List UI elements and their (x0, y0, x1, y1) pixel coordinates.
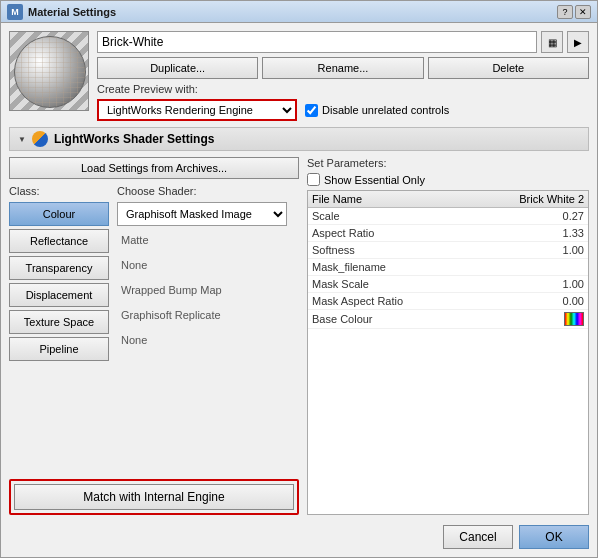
name-row: ▦ ▶ (97, 31, 589, 53)
param-row-mask-aspect: Mask Aspect Ratio 0.00 (308, 293, 588, 310)
params-table-header: File Name Brick White 2 (308, 191, 588, 208)
section-title: LightWorks Shader Settings (54, 132, 214, 146)
param-val-mask-aspect[interactable]: 0.00 (504, 295, 584, 307)
arrow-icon-btn[interactable]: ▶ (567, 31, 589, 53)
title-bar-buttons: ? ✕ (557, 5, 591, 19)
material-settings-window: M Material Settings ? ✕ ▦ ▶ Duplicate...… (0, 0, 598, 558)
param-name-base-colour: Base Colour (312, 313, 504, 325)
param-val-base-colour[interactable] (504, 312, 584, 326)
class-shader-row: Class: Colour Reflectance Transparency D… (9, 185, 299, 361)
window-title: Material Settings (28, 6, 557, 18)
param-name-softness: Softness (312, 244, 504, 256)
param-row-base-colour: Base Colour (308, 310, 588, 329)
render-engine-select[interactable]: LightWorks Rendering Engine (99, 101, 295, 119)
class-btn-displacement[interactable]: Displacement (9, 283, 109, 307)
shader-item-wrapped-bump: Wrapped Bump Map (117, 279, 299, 301)
show-essential-row: Show Essential Only (307, 173, 589, 186)
collapse-icon[interactable]: ▼ (18, 135, 26, 144)
param-name-mask-aspect: Mask Aspect Ratio (312, 295, 504, 307)
cancel-button[interactable]: Cancel (443, 525, 513, 549)
class-btn-pipeline[interactable]: Pipeline (9, 337, 109, 361)
match-button-wrapper: Match with Internal Engine (9, 479, 299, 515)
material-preview (9, 31, 89, 111)
set-params-label: Set Parameters: (307, 157, 589, 169)
class-btn-transparency[interactable]: Transparency (9, 256, 109, 280)
param-name-scale: Scale (312, 210, 504, 222)
load-archives-button[interactable]: Load Settings from Archives... (9, 157, 299, 179)
class-btn-reflectance[interactable]: Reflectance (9, 229, 109, 253)
match-internal-engine-button[interactable]: Match with Internal Engine (14, 484, 294, 510)
param-row-mask-filename: Mask_filename (308, 259, 588, 276)
show-essential-checkbox[interactable] (307, 173, 320, 186)
class-btn-colour[interactable]: Colour (9, 202, 109, 226)
material-name-input[interactable] (97, 31, 537, 53)
param-col-name: File Name (312, 193, 504, 205)
rename-button[interactable]: Rename... (262, 57, 423, 79)
left-panel: Load Settings from Archives... Class: Co… (9, 157, 299, 515)
param-row-mask-scale: Mask Scale 1.00 (308, 276, 588, 293)
disable-unrelated-label: Disable unrelated controls (322, 104, 449, 116)
bottom-buttons: Cancel OK (9, 521, 589, 549)
shader-label: Choose Shader: (117, 185, 299, 197)
disable-controls-row: Disable unrelated controls (305, 104, 449, 117)
shader-item-none-2: None (117, 329, 299, 351)
window-icon: M (7, 4, 23, 20)
close-button[interactable]: ✕ (575, 5, 591, 19)
shader-column: Choose Shader: Graphisoft Masked Image M… (117, 185, 299, 361)
class-label: Class: (9, 185, 109, 197)
top-row: ▦ ▶ Duplicate... Rename... Delete Create… (9, 31, 589, 121)
params-table-body: Scale 0.27 Aspect Ratio 1.33 Softness 1.… (308, 208, 588, 329)
help-button[interactable]: ? (557, 5, 573, 19)
show-essential-label: Show Essential Only (324, 174, 425, 186)
action-buttons-row: Duplicate... Rename... Delete (97, 57, 589, 79)
preview-label: Create Preview with: (97, 83, 589, 95)
param-name-aspect: Aspect Ratio (312, 227, 504, 239)
params-table: File Name Brick White 2 Scale 0.27 Aspec… (307, 190, 589, 515)
main-area: Load Settings from Archives... Class: Co… (9, 157, 589, 515)
ok-button[interactable]: OK (519, 525, 589, 549)
param-val-scale[interactable]: 0.27 (504, 210, 584, 222)
top-controls: ▦ ▶ Duplicate... Rename... Delete Create… (97, 31, 589, 121)
render-engine-dropdown-wrapper[interactable]: LightWorks Rendering Engine (97, 99, 297, 121)
param-row-aspect: Aspect Ratio 1.33 (308, 225, 588, 242)
duplicate-button[interactable]: Duplicate... (97, 57, 258, 79)
class-btn-texture-space[interactable]: Texture Space (9, 310, 109, 334)
color-swatch[interactable] (564, 312, 584, 326)
shader-item-matte: Matte (117, 229, 299, 251)
dropdown-row: LightWorks Rendering Engine Disable unre… (97, 99, 589, 121)
title-bar: M Material Settings ? ✕ (1, 1, 597, 23)
delete-button[interactable]: Delete (428, 57, 589, 79)
param-row-softness: Softness 1.00 (308, 242, 588, 259)
window-content: ▦ ▶ Duplicate... Rename... Delete Create… (1, 23, 597, 557)
lightworks-icon (32, 131, 48, 147)
shader-dropdown-select[interactable]: Graphisoft Masked Image (117, 202, 287, 226)
lightworks-section-header: ▼ LightWorks Shader Settings (9, 127, 589, 151)
right-panel: Set Parameters: Show Essential Only File… (307, 157, 589, 515)
param-name-mask-filename: Mask_filename (312, 261, 504, 273)
param-val-aspect[interactable]: 1.33 (504, 227, 584, 239)
class-column: Class: Colour Reflectance Transparency D… (9, 185, 109, 361)
param-name-mask-scale: Mask Scale (312, 278, 504, 290)
shader-item-graphisoft-replicate: Graphisoft Replicate (117, 304, 299, 326)
param-val-mask-scale[interactable]: 1.00 (504, 278, 584, 290)
texture-icon-btn[interactable]: ▦ (541, 31, 563, 53)
preview-sphere (14, 36, 86, 108)
param-val-softness[interactable]: 1.00 (504, 244, 584, 256)
param-col-val: Brick White 2 (504, 193, 584, 205)
shader-item-none-1: None (117, 254, 299, 276)
disable-unrelated-checkbox[interactable] (305, 104, 318, 117)
param-row-scale: Scale 0.27 (308, 208, 588, 225)
